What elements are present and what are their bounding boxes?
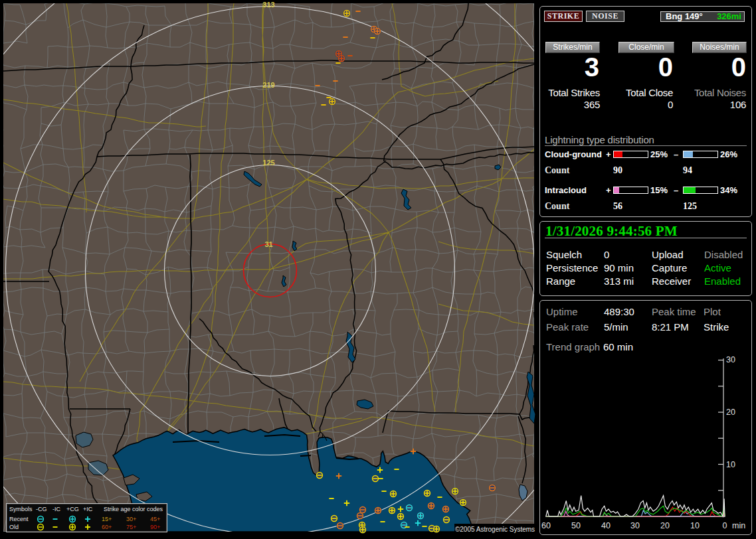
svg-text:60: 60	[541, 521, 551, 530]
svg-text:31: 31	[264, 240, 272, 248]
svg-text:20: 20	[726, 408, 735, 417]
svg-text:30: 30	[726, 355, 735, 364]
svg-text:40: 40	[601, 521, 611, 530]
svg-text:0: 0	[723, 521, 727, 530]
svg-text:30: 30	[630, 521, 640, 530]
svg-text:125: 125	[262, 159, 274, 167]
svg-text:min: min	[732, 521, 745, 530]
svg-text:20: 20	[660, 521, 670, 530]
svg-text:313: 313	[262, 1, 274, 9]
svg-text:10: 10	[690, 521, 700, 530]
svg-text:50: 50	[571, 521, 581, 530]
svg-text:219: 219	[262, 81, 274, 89]
svg-text:10: 10	[726, 460, 735, 469]
